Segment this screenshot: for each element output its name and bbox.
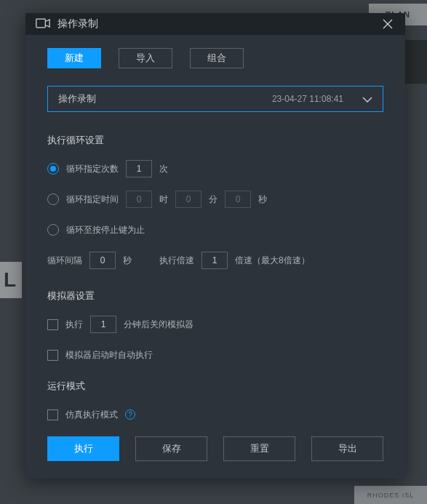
loop-hours-input[interactable] (126, 191, 152, 208)
tab-row: 新建 导入 组合 (47, 48, 383, 68)
loop-stopkey-label: 循环至按停止键为止 (66, 224, 145, 236)
hours-unit: 时 (159, 193, 168, 206)
close-emulator-pre: 执行 (65, 319, 83, 331)
chevron-down-icon (362, 94, 372, 105)
sim-mode-label: 仿真执行模式 (65, 409, 118, 421)
checkbox-autorun[interactable] (47, 350, 58, 361)
help-icon[interactable]: ? (125, 409, 135, 420)
save-button[interactable]: 保存 (135, 436, 207, 461)
titlebar: 操作录制 (25, 13, 405, 35)
checkbox-close-emulator[interactable] (47, 319, 58, 330)
close-emulator-post: 分钟后关闭模拟器 (124, 319, 193, 331)
speed-input[interactable] (201, 252, 228, 269)
mode-section-title: 运行模式 (47, 380, 383, 393)
camcorder-icon (36, 18, 50, 31)
secs-unit: 秒 (258, 193, 267, 206)
radio-loop-count[interactable] (47, 163, 59, 175)
modal-title: 操作录制 (57, 17, 98, 31)
loop-interval-label: 循环间隔 (47, 255, 82, 267)
background-letter: L (0, 262, 22, 298)
loop-section-title: 执行循环设置 (47, 134, 383, 147)
recording-select[interactable]: 操作录制 23-04-27 11:08:41 (47, 86, 383, 112)
close-button[interactable] (380, 17, 395, 31)
loop-count-unit: 次 (159, 163, 168, 175)
radio-loop-time[interactable] (47, 193, 59, 205)
loop-count-label: 循环指定次数 (66, 163, 119, 175)
background-label: RHODES ISL (354, 486, 427, 504)
mins-unit: 分 (209, 193, 218, 206)
speed-hint: 倍速（最大8倍速） (235, 255, 310, 267)
checkbox-sim-mode[interactable] (47, 409, 58, 420)
reset-button[interactable]: 重置 (223, 436, 295, 461)
tab-import[interactable]: 导入 (119, 48, 172, 68)
recording-select-timestamp: 23-04-27 11:08:41 (96, 94, 372, 104)
svg-rect-0 (36, 19, 46, 28)
background-strip (402, 40, 427, 84)
tab-new[interactable]: 新建 (47, 48, 101, 68)
close-emulator-minutes[interactable] (90, 316, 116, 333)
loop-count-input[interactable] (126, 160, 152, 177)
tab-combine[interactable]: 组合 (190, 48, 244, 68)
loop-time-label: 循环指定时间 (66, 193, 119, 206)
recording-select-label: 操作录制 (58, 92, 96, 105)
run-button[interactable]: 执行 (47, 436, 119, 461)
speed-label: 执行倍速 (159, 255, 194, 267)
loop-interval-input[interactable] (89, 252, 116, 269)
recording-modal: 操作录制 新建 导入 组合 操作录制 23-04-27 11:08:41 执行循… (25, 13, 405, 479)
loop-mins-input[interactable] (175, 191, 201, 208)
emulator-section-title: 模拟器设置 (47, 289, 383, 303)
radio-loop-stopkey[interactable] (47, 224, 59, 236)
export-button[interactable]: 导出 (311, 436, 383, 461)
loop-interval-unit: 秒 (123, 255, 132, 267)
loop-secs-input[interactable] (225, 191, 251, 208)
footer: 执行 保存 重置 导出 (25, 436, 405, 479)
autorun-label: 模拟器启动时自动执行 (65, 349, 153, 361)
